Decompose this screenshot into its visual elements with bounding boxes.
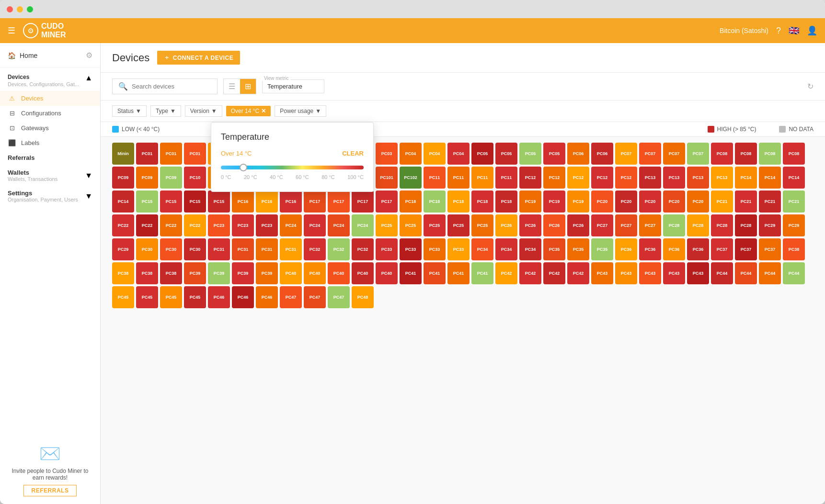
device-cell[interactable]: PC101	[376, 167, 398, 189]
device-cell[interactable]: PC39	[184, 262, 206, 284]
device-cell[interactable]: PC39	[232, 262, 254, 284]
refresh-icon[interactable]: ↻	[807, 82, 814, 91]
view-metric-select[interactable]: Temperature Power usage	[262, 79, 324, 93]
sidebar-item-gateways[interactable]: ⊡ Gateways	[0, 121, 100, 135]
device-cell[interactable]: PC32	[304, 238, 326, 260]
sidebar-item-labels[interactable]: ⬛ Labels	[0, 135, 100, 150]
device-cell[interactable]: PC09	[160, 167, 182, 189]
device-cell[interactable]: PC31	[232, 238, 254, 260]
device-cell[interactable]: PC10	[184, 167, 206, 189]
power-usage-filter-button[interactable]: Power usage ▼	[275, 105, 326, 117]
clear-filter-icon[interactable]: ✕	[261, 108, 266, 114]
device-cell[interactable]: PC22	[184, 214, 206, 236]
device-cell[interactable]: PC12	[543, 167, 565, 189]
device-cell[interactable]: PC47	[328, 286, 350, 308]
device-cell[interactable]: PC38	[160, 262, 182, 284]
device-cell[interactable]: PC13	[711, 167, 733, 189]
device-cell[interactable]: PC23	[208, 214, 230, 236]
grid-view-button[interactable]: ⊞	[240, 79, 256, 94]
device-cell[interactable]: PC13	[639, 167, 661, 189]
device-cell[interactable]: PC30	[160, 238, 182, 260]
device-cell[interactable]: PC07	[687, 143, 709, 165]
device-cell[interactable]: PC35	[567, 238, 589, 260]
device-cell[interactable]: PC43	[639, 262, 661, 284]
device-cell[interactable]: PC26	[495, 214, 517, 236]
settings-icon[interactable]: ⚙	[86, 51, 92, 60]
device-cell[interactable]: PC09	[136, 167, 158, 189]
device-cell[interactable]: PC05	[543, 143, 565, 165]
device-cell[interactable]: PC19	[519, 190, 541, 213]
device-cell[interactable]: PC24	[328, 214, 350, 236]
device-cell[interactable]: PC45	[136, 286, 158, 308]
device-cell[interactable]: PC36	[663, 238, 685, 260]
device-cell[interactable]: PC07	[615, 143, 637, 165]
connect-device-button[interactable]: ＋ CONNECT A DEVICE	[157, 51, 240, 65]
device-cell[interactable]: PC28	[735, 214, 757, 236]
device-cell[interactable]: PC16	[256, 190, 278, 213]
device-cell[interactable]: PC41	[424, 262, 446, 284]
device-cell[interactable]: PC33	[400, 238, 422, 260]
sidebar-item-configurations[interactable]: ⊟ Configurations	[0, 106, 100, 121]
device-cell[interactable]: PC38	[783, 238, 805, 260]
device-cell[interactable]: PC43	[591, 262, 613, 284]
device-cell[interactable]: PC46	[208, 286, 230, 308]
device-cell[interactable]: PC07	[663, 143, 685, 165]
device-cell[interactable]: PC47	[280, 286, 302, 308]
device-cell[interactable]: PC31	[280, 238, 302, 260]
device-cell[interactable]: PC05	[495, 143, 517, 165]
sidebar-item-settings[interactable]: Settings Organisation, Payment, Users ▼	[0, 186, 100, 206]
close-button[interactable]	[7, 6, 13, 12]
device-cell[interactable]: PC12	[519, 167, 541, 189]
device-cell[interactable]: PC18	[424, 190, 446, 213]
device-cell[interactable]: PC20	[639, 190, 661, 213]
device-cell[interactable]: PC24	[352, 214, 374, 236]
device-cell[interactable]: PC05	[519, 143, 541, 165]
device-cell[interactable]: PC14	[759, 167, 781, 189]
device-cell[interactable]: PC14	[112, 190, 134, 213]
device-cell[interactable]: PC06	[567, 143, 589, 165]
device-cell[interactable]: PC42	[567, 262, 589, 284]
device-cell[interactable]: PC08	[759, 143, 781, 165]
device-cell[interactable]: PC43	[663, 262, 685, 284]
device-cell[interactable]: PC29	[783, 214, 805, 236]
device-cell[interactable]: PC25	[447, 214, 470, 236]
device-cell[interactable]: PC38	[112, 262, 134, 284]
device-cell[interactable]: PC40	[328, 262, 350, 284]
device-cell[interactable]: PC35	[591, 238, 613, 260]
device-cell[interactable]: PC42	[519, 262, 541, 284]
device-cell[interactable]: PC34	[471, 238, 493, 260]
device-cell[interactable]: PC21	[759, 190, 781, 213]
device-cell[interactable]: PC36	[687, 238, 709, 260]
device-cell[interactable]: PC31	[256, 238, 278, 260]
device-cell[interactable]: PC25	[400, 214, 422, 236]
device-cell[interactable]: PC18	[400, 190, 422, 213]
device-cell[interactable]: PC08	[735, 143, 757, 165]
device-cell[interactable]: PC37	[759, 238, 781, 260]
device-cell[interactable]: PC13	[687, 167, 709, 189]
device-cell[interactable]: PC46	[232, 286, 254, 308]
device-cell[interactable]: PC03	[376, 143, 398, 165]
sidebar-item-devices[interactable]: ⚠ Devices	[0, 91, 100, 106]
device-cell[interactable]: PC26	[567, 214, 589, 236]
minimize-button[interactable]	[17, 6, 23, 12]
device-cell[interactable]: PC29	[759, 214, 781, 236]
device-cell[interactable]: PC20	[663, 190, 685, 213]
device-cell[interactable]: PC27	[591, 214, 613, 236]
device-cell[interactable]: PC39	[256, 262, 278, 284]
device-cell[interactable]: PC20	[591, 190, 613, 213]
device-cell[interactable]: PC45	[112, 286, 134, 308]
device-cell[interactable]: PC28	[711, 214, 733, 236]
device-cell[interactable]: PC44	[711, 262, 733, 284]
device-cell[interactable]: PC24	[304, 214, 326, 236]
device-cell[interactable]: PC08	[711, 143, 733, 165]
device-cell[interactable]: PC42	[495, 262, 517, 284]
device-cell[interactable]: PC22	[136, 214, 158, 236]
device-cell[interactable]: PC30	[184, 238, 206, 260]
device-cell[interactable]: PC45	[160, 286, 182, 308]
device-cell[interactable]: PC40	[280, 262, 302, 284]
device-cell[interactable]: PC40	[304, 262, 326, 284]
device-cell[interactable]: PC102	[400, 167, 422, 189]
device-cell[interactable]: PC27	[615, 214, 637, 236]
device-cell[interactable]: PC43	[687, 262, 709, 284]
device-cell[interactable]: PC05	[471, 143, 493, 165]
